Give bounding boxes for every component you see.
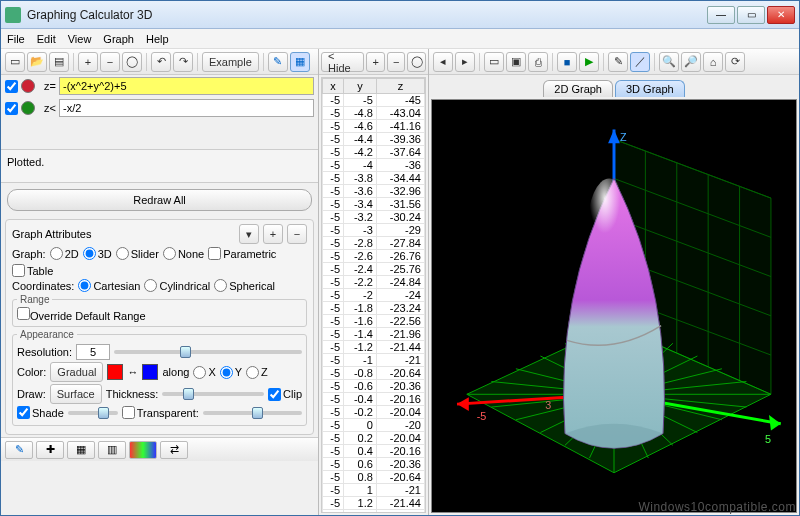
graph-slider-radio[interactable] xyxy=(116,247,129,260)
menu-edit[interactable]: Edit xyxy=(37,33,56,45)
table-row[interactable]: -5-1-21 xyxy=(323,354,425,367)
table-row[interactable]: -5-4.6-41.16 xyxy=(323,120,425,133)
table-row[interactable]: -5-0.8-20.64 xyxy=(323,367,425,380)
table-row[interactable]: -5-1.2-21.44 xyxy=(323,341,425,354)
table-row[interactable]: -5-2-24 xyxy=(323,289,425,302)
table-checkbox[interactable] xyxy=(12,264,25,277)
tool-table-icon[interactable]: ▦ xyxy=(67,441,95,459)
clip-checkbox[interactable] xyxy=(268,388,281,401)
data-plus-icon[interactable]: + xyxy=(366,52,385,72)
stop-icon[interactable]: ■ xyxy=(557,52,577,72)
menu-help[interactable]: Help xyxy=(146,33,169,45)
remove-attr-icon[interactable]: − xyxy=(287,224,307,244)
print-icon[interactable]: ⎙ xyxy=(528,52,548,72)
tool-palette-icon[interactable] xyxy=(129,441,157,459)
data-table[interactable]: x y z -5-5-45-5-4.8-43.04-5-4.6-41.16-5-… xyxy=(321,77,426,513)
data-minus-icon[interactable]: − xyxy=(387,52,406,72)
plus-icon[interactable]: + xyxy=(78,52,98,72)
col-x[interactable]: x xyxy=(323,79,344,94)
line-icon[interactable]: ／ xyxy=(630,52,650,72)
transparent-checkbox[interactable] xyxy=(122,406,135,419)
table-row[interactable]: -51.4-21.96 xyxy=(323,510,425,514)
col-y[interactable]: y xyxy=(344,79,377,94)
table-row[interactable]: -5-0.6-20.36 xyxy=(323,380,425,393)
home-icon[interactable]: ⌂ xyxy=(703,52,723,72)
shade-checkbox[interactable] xyxy=(17,406,30,419)
table-row[interactable]: -5-0.2-20.04 xyxy=(323,406,425,419)
save-icon[interactable]: ▤ xyxy=(49,52,69,72)
eq-enable-checkbox[interactable] xyxy=(5,80,18,93)
undo-icon[interactable]: ↶ xyxy=(151,52,171,72)
along-z-radio[interactable] xyxy=(246,366,259,379)
parametric-checkbox[interactable] xyxy=(208,247,221,260)
table-row[interactable]: -51-21 xyxy=(323,484,425,497)
zoom-out-icon[interactable]: 🔎 xyxy=(681,52,701,72)
resolution-slider[interactable] xyxy=(114,350,302,354)
resolution-input[interactable] xyxy=(76,344,110,360)
color-b-chip[interactable] xyxy=(142,364,158,380)
draw-mode-select[interactable]: Surface xyxy=(50,384,102,404)
menu-view[interactable]: View xyxy=(68,33,92,45)
maximize-button[interactable]: ▭ xyxy=(737,6,765,24)
table-row[interactable]: -5-2.8-27.84 xyxy=(323,237,425,250)
table-row[interactable]: -5-3.6-32.96 xyxy=(323,185,425,198)
table-row[interactable]: -50.6-20.36 xyxy=(323,458,425,471)
spherical-radio[interactable] xyxy=(214,279,227,292)
table-row[interactable]: -5-2.6-26.76 xyxy=(323,250,425,263)
table-row[interactable]: -5-1.6-22.56 xyxy=(323,315,425,328)
tab-3d[interactable]: 3D Graph xyxy=(615,80,685,97)
table-row[interactable]: -5-5-45 xyxy=(323,94,425,107)
table-row[interactable]: -51.2-21.44 xyxy=(323,497,425,510)
open-icon[interactable]: 📂 xyxy=(27,52,47,72)
transparent-slider[interactable] xyxy=(203,411,302,415)
override-range-checkbox[interactable] xyxy=(17,307,30,320)
cartesian-radio[interactable] xyxy=(78,279,91,292)
cylindrical-radio[interactable] xyxy=(144,279,157,292)
table-row[interactable]: -5-4.4-39.36 xyxy=(323,133,425,146)
along-x-radio[interactable] xyxy=(193,366,206,379)
table-row[interactable]: -5-3.8-34.44 xyxy=(323,172,425,185)
circle-icon[interactable]: ◯ xyxy=(122,52,142,72)
tool-bars-icon[interactable]: ▥ xyxy=(98,441,126,459)
table-row[interactable]: -50.4-20.16 xyxy=(323,445,425,458)
table-row[interactable]: -5-4.8-43.04 xyxy=(323,107,425,120)
shade-slider[interactable] xyxy=(68,411,118,415)
pin-icon[interactable]: ✎ xyxy=(268,52,288,72)
tool-arrows-icon[interactable]: ⇄ xyxy=(160,441,188,459)
camera-icon[interactable]: ▣ xyxy=(506,52,526,72)
graph-2d-radio[interactable] xyxy=(50,247,63,260)
nav-back-icon[interactable]: ◂ xyxy=(433,52,453,72)
eq-color-swatch[interactable] xyxy=(21,101,35,115)
table-row[interactable]: -5-1.8-23.24 xyxy=(323,302,425,315)
eq-expression-input[interactable] xyxy=(59,77,314,95)
eq-expression-input[interactable] xyxy=(59,99,314,117)
graph-none-radio[interactable] xyxy=(163,247,176,260)
table-row[interactable]: -50.2-20.04 xyxy=(323,432,425,445)
edit-icon[interactable]: ✎ xyxy=(608,52,628,72)
table-row[interactable]: -50-20 xyxy=(323,419,425,432)
tool-pencil-icon[interactable]: ✎ xyxy=(5,441,33,459)
refresh-icon[interactable]: ⟳ xyxy=(725,52,745,72)
table-row[interactable]: -5-4.2-37.64 xyxy=(323,146,425,159)
table-row[interactable]: -50.8-20.64 xyxy=(323,471,425,484)
table-row[interactable]: -5-0.4-20.16 xyxy=(323,393,425,406)
tab-2d[interactable]: 2D Graph xyxy=(543,80,613,97)
table-row[interactable]: -5-3.4-31.56 xyxy=(323,198,425,211)
dropdown-icon[interactable]: ▾ xyxy=(239,224,259,244)
grid-icon[interactable]: ▦ xyxy=(290,52,310,72)
add-attr-icon[interactable]: + xyxy=(263,224,283,244)
col-z[interactable]: z xyxy=(376,79,424,94)
zoom-in-icon[interactable]: 🔍 xyxy=(659,52,679,72)
table-row[interactable]: -5-4-36 xyxy=(323,159,425,172)
example-button[interactable]: Example xyxy=(202,52,259,72)
table-row[interactable]: -5-3.2-30.24 xyxy=(323,211,425,224)
graph-viewport[interactable]: Z -5 5 3 xyxy=(431,99,797,513)
data-circle-icon[interactable]: ◯ xyxy=(407,52,426,72)
redraw-button[interactable]: Redraw All xyxy=(7,189,312,211)
along-y-radio[interactable] xyxy=(220,366,233,379)
play-icon[interactable]: ▶ xyxy=(579,52,599,72)
eq-color-swatch[interactable] xyxy=(21,79,35,93)
table-row[interactable]: -5-3-29 xyxy=(323,224,425,237)
redo-icon[interactable]: ↷ xyxy=(173,52,193,72)
hide-button[interactable]: < Hide xyxy=(321,52,364,72)
